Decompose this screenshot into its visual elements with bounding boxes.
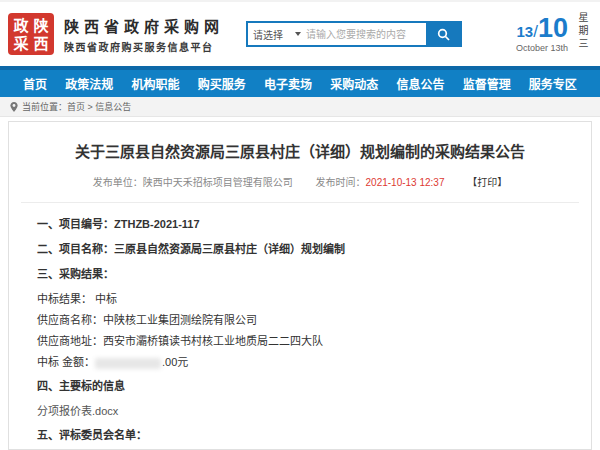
section-subject-info: 四、主要标的信息 [37, 379, 563, 393]
nav-item-functions[interactable]: 机构职能 [132, 75, 180, 92]
site-subtitle: 陕西省政府购买服务信息平台 [64, 39, 224, 54]
project-name-value: 三原县自然资源局三原县村庄（详细）规划编制 [114, 243, 345, 255]
bid-result-value: 中标 [95, 293, 117, 305]
attachment-link[interactable]: 分项报价表.docx [37, 404, 563, 418]
chevron-down-icon [295, 32, 301, 36]
print-button[interactable]: 【打印】 [467, 177, 507, 188]
bid-amount-line: 中标 金额：.00元 [37, 355, 563, 369]
supplier-name-label: 供应商名称： [37, 314, 103, 326]
date-english: October 13th [516, 43, 568, 53]
publish-time-label: 发布时间： [316, 177, 366, 188]
date-display: 13/10 October 13th 星期三 [516, 12, 592, 56]
supplier-address-value: 西安市灞桥镇读书村核工业地质局二二四大队 [103, 335, 323, 347]
publisher-label: 发布单位： [93, 177, 143, 188]
site-logo[interactable]: 政 陕 采 西 [8, 13, 54, 55]
article-meta: 发布单位：陕西中天禾招标项目管理有限公司 发布时间：2021-10-13 12:… [9, 174, 591, 189]
search-select-label: 请选择 [253, 27, 283, 42]
site-title: 陕西省政府采购网 [64, 15, 224, 36]
logo-char: 西 [33, 36, 48, 51]
search-icon [437, 28, 450, 41]
nav-item-procurement-news[interactable]: 采购动态 [330, 75, 378, 92]
site-header: 政 陕 采 西 陕西省政府采购网 陕西省政府购买服务信息平台 请选择 13/10… [0, 0, 600, 66]
project-number-label: 一、项目编号： [37, 218, 114, 230]
section-procurement-result: 三、采购结果： [37, 267, 563, 281]
project-name-label: 二、项目名称： [37, 243, 114, 255]
bid-result-label: 中标结果： [37, 293, 92, 305]
breadcrumb: 当前位置： 首页 > 信息公告 [0, 97, 600, 117]
section-committee: 五、评标委员会名单： [37, 428, 563, 442]
nav-item-service-zone[interactable]: 服务专区 [529, 75, 577, 92]
weekday-label: 星期三 [575, 12, 590, 56]
redacted-amount [95, 358, 161, 369]
date-day: 13 [517, 23, 534, 40]
search-category-select[interactable]: 请选择 [248, 23, 306, 45]
supplier-address-line: 供应商地址：西安市灞桥镇读书村核工业地质局二二四大队 [37, 334, 563, 348]
nav-item-supervision[interactable]: 监督管理 [463, 75, 511, 92]
main-nav: 首页 政策法规 机构职能 购买服务 电子卖场 采购动态 信息公告 监督管理 服务… [0, 66, 600, 97]
breadcrumb-label: 当前位置： [22, 100, 67, 113]
supplier-address-label: 供应商地址： [37, 335, 103, 347]
logo-char: 政 [13, 18, 28, 33]
supplier-name-line: 供应商名称：中陕核工业集团测绘院有限公司 [37, 313, 563, 327]
section-project-number: 一、项目编号：ZTHZB-2021-117 [37, 217, 563, 231]
project-number-value: ZTHZB-2021-117 [114, 218, 200, 230]
site-titles: 陕西省政府采购网 陕西省政府购买服务信息平台 [64, 15, 224, 54]
breadcrumb-path[interactable]: 首页 > 信息公告 [67, 100, 131, 113]
supplier-name-value: 中陕核工业集团测绘院有限公司 [103, 314, 257, 326]
logo-char: 陕 [33, 18, 48, 33]
nav-item-purchase-services[interactable]: 购买服务 [198, 75, 246, 92]
publish-time-value: 2021-10-13 12:37 [366, 177, 445, 188]
search-button[interactable] [426, 23, 460, 45]
location-pin-icon [10, 102, 18, 112]
section-project-name: 二、项目名称：三原县自然资源局三原县村庄（详细）规划编制 [37, 242, 563, 256]
article-body: 一、项目编号：ZTHZB-2021-117 二、项目名称：三原县自然资源局三原县… [9, 203, 591, 450]
logo-char: 采 [13, 36, 28, 51]
search-input[interactable] [306, 23, 426, 45]
page-title: 关于三原县自然资源局三原县村庄（详细）规划编制的采购结果公告 [9, 140, 591, 161]
nav-item-home[interactable]: 首页 [23, 75, 47, 92]
search-bar: 请选择 [246, 21, 462, 47]
nav-item-announcements[interactable]: 信息公告 [396, 75, 444, 92]
date-month: 10 [538, 13, 568, 43]
announcement-card: 关于三原县自然资源局三原县村庄（详细）规划编制的采购结果公告 发布单位：陕西中天… [8, 121, 592, 450]
bid-amount-suffix: .00元 [162, 356, 188, 368]
bid-amount-label: 中标 金额： [37, 356, 95, 368]
publisher-value: 陕西中天禾招标项目管理有限公司 [143, 177, 293, 188]
bid-result-line: 中标结果： 中标 [37, 292, 563, 306]
nav-item-policies[interactable]: 政策法规 [65, 75, 113, 92]
nav-item-emarket[interactable]: 电子卖场 [264, 75, 312, 92]
